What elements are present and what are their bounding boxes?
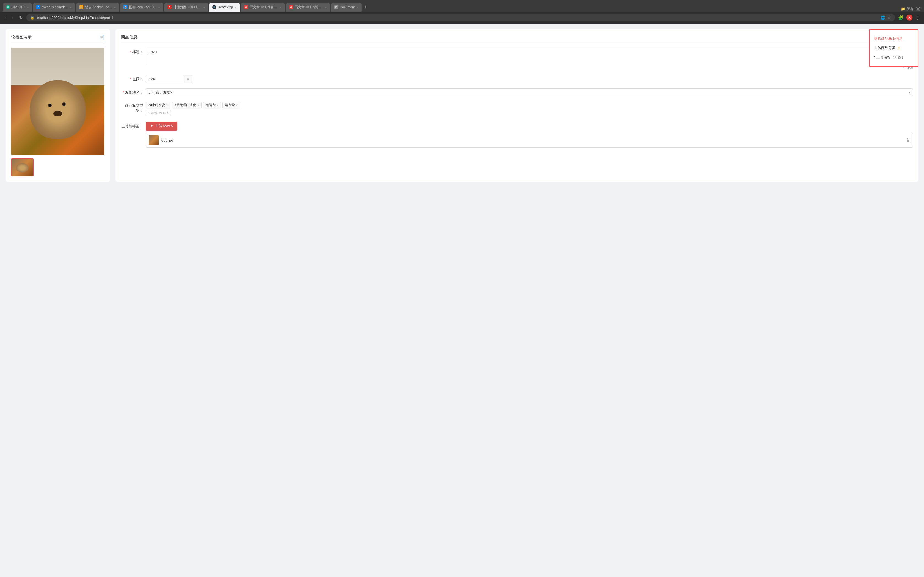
dog-nose [53,111,62,116]
title-form-control: 4 / 100 [146,48,913,69]
file-name: dog.jpg [162,138,903,142]
title-char-count: 4 / 100 [146,66,913,69]
tab-favicon-csdn1: C [244,5,248,9]
form-item-title: * 标题： 4 / 100 [121,48,913,69]
thumb-face [16,163,29,172]
tab-label-csdn1: 写文章-CSDN创作... [250,5,278,10]
translate-icon[interactable]: 🌐 [880,15,885,20]
upload-form-control: ⬆ 上传 Max 5 dog.jpg 🗑 [146,122,913,148]
region-select[interactable]: 北京市 / 西城区 [146,89,913,97]
upload-button[interactable]: ⬆ 上传 Max 5 [146,122,178,131]
slider-panel: 轮播图展示 📄 [5,29,110,182]
region-form-control: 北京市 / 西城区 ▾ [146,89,913,97]
tab-favicon-icon-antd: 🏠 [123,5,127,9]
form-item-region: * 发货地区： 北京市 / 西城区 ▾ [121,89,913,97]
form-item-upload: 上传轮播图： ⬆ 上传 Max 5 dog.jpg 🗑 [121,122,913,148]
tab-csdn2[interactable]: C 写文章-CSDN博客... × [286,3,330,11]
new-tab-button[interactable]: + [362,5,370,10]
tab-document[interactable]: D Document × [331,3,362,11]
tab-label-document: Document [340,5,355,9]
tag-1: 24小时发货 × [146,102,171,108]
slider-panel-title: 轮播图展示 [11,35,32,40]
extensions-icon[interactable]: 🧩 [897,14,905,21]
tag-add-row: + 标签 Max: 6 [146,110,913,116]
price-input-row: ¥ [146,75,913,83]
tab-label-chatgpt: ChatGPT [11,5,25,9]
dog-main-image [11,48,105,155]
price-required-star: * [130,77,131,81]
tab-swiperjs[interactable]: S swiperjs.com/de... × [33,3,75,11]
thumbnail-1[interactable] [11,158,34,176]
browser-chrome: C ChatGPT × S swiperjs.com/de... × ⚓ 锚点 … [0,0,924,24]
slider-thumbnails [11,158,105,176]
file-icon[interactable]: 📄 [99,35,105,40]
side-nav-item-category-text: 上传商品分类 [874,46,895,50]
tab-close-jd[interactable]: × [203,5,205,9]
tag-4: 运费险 × [223,102,240,108]
tab-close-document[interactable]: × [356,5,358,9]
tab-label-react-app: React App [218,5,233,9]
tag-3-text: 包运费 [206,103,216,108]
tab-anchor[interactable]: ⚓ 锚点 Anchor - An... × [76,3,119,11]
upload-label: 上传轮播图： [121,122,146,129]
tab-close-chatgpt[interactable]: × [27,5,29,9]
tab-jd[interactable]: J 【德力西（DELIX... × [165,3,208,11]
uploaded-file-item: dog.jpg 🗑 [146,133,913,148]
tag-3-close[interactable]: × [217,103,218,107]
side-nav-item-basic-info[interactable]: 商检商品基本信息 [874,34,914,44]
product-form-panel: 商品信息 ✏️ * 标题： 4 / 100 * 金额： [115,29,919,182]
bookmarks-label[interactable]: 📁 所有书签 [901,6,921,11]
url-bar[interactable]: 🔒 localhost:3000/index/MyShop/ListProduc… [26,14,895,21]
reload-button[interactable]: ↻ [17,14,24,21]
tag-4-close[interactable]: × [236,103,237,107]
page-content: 轮播图展示 📄 [0,24,924,577]
tab-bar: C ChatGPT × S swiperjs.com/de... × ⚓ 锚点 … [0,0,924,11]
tab-label-icon-antd: 图标 Icon - Ant D... [129,5,157,10]
tab-csdn1[interactable]: C 写文章-CSDN创作... × [241,3,285,11]
dog-eye-left [48,103,52,107]
tab-chatgpt[interactable]: C ChatGPT × [3,3,32,11]
tag-3: 包运费 × [203,102,221,108]
tab-close-csdn1[interactable]: × [279,5,281,9]
file-thumb-dog-image [149,135,159,145]
upload-file-list: dog.jpg 🗑 [146,133,913,148]
dog-face [30,80,86,139]
tab-icon-antd[interactable]: 🏠 图标 Icon - Ant D... × [120,3,163,11]
tab-close-react-app[interactable]: × [234,5,236,9]
tab-close-csdn2[interactable]: × [325,5,326,9]
forward-button[interactable]: › [10,14,15,21]
tab-label-anchor: 锚点 Anchor - An... [85,5,113,10]
product-form-header: 商品信息 ✏️ [121,35,913,44]
tab-close-icon-antd[interactable]: × [158,5,160,9]
upload-arrow-icon: ⬆ [150,124,153,128]
side-nav-panel: 商检商品基本信息 上传商品分类 ⚠ * 上传海报（可选） [869,29,919,67]
tab-favicon-swiperjs: S [36,5,40,9]
tag-1-close[interactable]: × [166,103,168,107]
tab-close-swiperjs[interactable]: × [70,5,71,9]
tab-react-app[interactable]: ⚛ React App × [209,3,240,11]
delete-file-button[interactable]: 🗑 [906,138,910,142]
profile-icon[interactable]: X [906,15,913,21]
side-nav-item-poster[interactable]: * 上传海报（可选） [874,53,914,62]
price-form-control: ¥ [146,75,913,83]
tab-favicon-anchor: ⚓ [79,5,83,9]
price-label: * 金额： [121,75,146,82]
add-tag-button[interactable]: + 标签 Max: 6 [146,110,171,116]
folder-icon: 📁 [901,7,905,11]
tab-close-anchor[interactable]: × [114,5,116,9]
star-icon[interactable]: ☆ [887,15,891,20]
side-nav-item-category[interactable]: 上传商品分类 ⚠ [874,44,914,53]
price-input[interactable] [146,75,184,83]
tab-label-swiperjs: swiperjs.com/de... [42,5,68,9]
warning-icon: ⚠ [897,46,901,50]
title-required-star: * [130,50,131,54]
tag-2-close[interactable]: × [197,103,199,107]
title-textarea[interactable] [146,48,913,64]
tag-1-text: 24小时发货 [148,103,165,108]
side-nav-item-basic-info-text: 商检商品基本信息 [874,36,903,41]
back-button[interactable]: ‹ [3,14,8,21]
url-text: localhost:3000/index/MyShop/ListProduct#… [37,16,113,20]
tab-favicon-csdn2: C [289,5,293,9]
price-label-text: 金额： [132,77,143,81]
menu-icon[interactable]: ⋮ [914,14,921,21]
